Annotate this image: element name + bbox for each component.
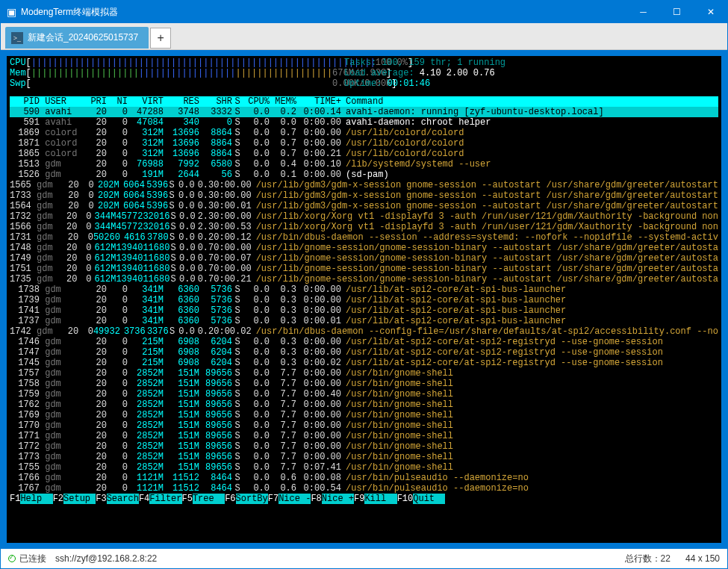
window-title: ModengTerm终端模拟器 [21, 6, 626, 19]
titlebar[interactable]: ▣ ModengTerm终端模拟器 ─ ☐ ✕ [1, 1, 727, 23]
process-row[interactable]: 1733 gdm200202M60645396S0.00.30:00.00/us… [10, 190, 718, 201]
process-row[interactable]: 1737 gdm200341M63605736S0.00.30:00.01/us… [10, 316, 718, 326]
add-tab-button[interactable]: + [150, 28, 171, 49]
connection-ok-icon [8, 555, 16, 562]
process-row[interactable]: 1865 colord200312M136968864S0.00.70:00.2… [10, 149, 718, 159]
process-row[interactable]: 1770 gdm2002852M151M89656S0.07.70:00.00/… [10, 420, 718, 431]
process-row[interactable]: 1769 gdm2002852M151M89656S0.07.70:00.00/… [10, 410, 718, 420]
process-row[interactable]: 1773 gdm2002852M151M89656S0.07.70:00.00/… [10, 452, 718, 462]
process-row[interactable]: 1757 gdm2002852M151M89656S0.07.70:00.00/… [10, 368, 718, 379]
process-row[interactable]: 1759 gdm2002852M151M89656S0.07.70:00.40/… [10, 389, 718, 399]
process-row[interactable]: 1746 gdm200215M69086204S0.00.30:00.00/us… [10, 337, 718, 347]
process-row[interactable]: 1735 gdm200612M1394011680S0.00.70:00.21/… [10, 274, 718, 284]
process-row[interactable]: 1755 gdm2002852M151M89656S0.07.70:07.41/… [10, 462, 718, 473]
process-row[interactable]: 1871 colord200312M136968864S0.00.70:00.0… [10, 138, 718, 149]
terminal-frame: CPU[||||||||||||||||||||||||||||||||||||… [1, 50, 727, 549]
process-row[interactable]: 1741 gdm200341M63605736S0.00.30:00.00/us… [10, 305, 718, 316]
maximize-button[interactable]: ☐ [660, 1, 694, 23]
process-row[interactable]: 1513 gdm2007698879926580S0.00.40:00.10/l… [10, 159, 718, 170]
lines-label: 总行数： [625, 553, 661, 565]
process-row[interactable]: 1771 gdm2002852M151M89656S0.07.70:00.00/… [10, 431, 718, 441]
process-row[interactable]: 1526 gdm200191M264456S0.00.10:00.00(sd-p… [10, 170, 718, 180]
process-row[interactable]: 1751 gdm200612M1394011680S0.00.70:00.00/… [10, 264, 718, 274]
lines-value: 22 [661, 553, 671, 564]
process-row[interactable]: 1742 gdm2004993237363376S0.00.20:00.02/u… [10, 326, 718, 337]
process-row[interactable]: 591 avahi200470843400S0.00.00:00.00avahi… [10, 117, 718, 128]
tab-bar: >_ 新建会话_20240625015737 + [1, 23, 727, 50]
process-row[interactable]: 1748 gdm200612M1394011680S0.00.70:00.00/… [10, 243, 718, 253]
minimize-button[interactable]: ─ [626, 1, 660, 23]
process-row[interactable]: 1732 gdm200344M4577232016S0.02.30:00.00/… [10, 211, 718, 222]
process-row[interactable]: 1565 gdm200202M60645396S0.00.30:00.00/us… [10, 180, 718, 190]
process-row[interactable]: 1739 gdm200341M63605736S0.00.30:00.00/us… [10, 295, 718, 305]
htop-fn-bar[interactable]: F1Help F2Setup F3SearchF4FilterF5Tree F6… [10, 494, 718, 504]
app-window: ▣ ModengTerm终端模拟器 ─ ☐ ✕ >_ 新建会话_20240625… [0, 0, 728, 569]
process-row[interactable]: 1772 gdm2002852M151M89656S0.07.70:00.00/… [10, 441, 718, 452]
process-row[interactable]: 1747 gdm200215M69086204S0.00.30:00.00/us… [10, 347, 718, 358]
process-row[interactable]: 1749 gdm200612M1394011680S0.00.70:00.07/… [10, 253, 718, 264]
process-row[interactable]: 1564 gdm200202M60645396S0.00.30:00.01/us… [10, 201, 718, 211]
terminal-viewport[interactable]: CPU[||||||||||||||||||||||||||||||||||||… [7, 56, 721, 543]
close-button[interactable]: ✕ [694, 1, 727, 23]
process-row[interactable]: 1738 gdm200341M63605736S0.00.30:00.00/us… [10, 284, 718, 295]
process-row[interactable]: 590 avahi2004728837483332S0.00.20:00.14a… [10, 107, 718, 117]
connection-state: 已连接 [19, 553, 46, 565]
term-size: 44 x 150 [685, 553, 720, 564]
process-row[interactable]: 1731 gdm2005026046163780S0.00.20:00.12/u… [10, 232, 718, 243]
connection-target: ssh://zyf@192.168.2.8:22 [55, 553, 157, 564]
process-row[interactable]: 1762 gdm2002852M151M89656S0.07.70:00.00/… [10, 399, 718, 410]
process-row[interactable]: 1758 gdm2002852M151M89656S0.07.70:00.00/… [10, 379, 718, 389]
process-row[interactable]: 1766 gdm2001121M115128464S0.00.60:00.08/… [10, 473, 718, 483]
process-row[interactable]: 1767 gdm2001121M115128464S0.00.60:00.54/… [10, 483, 718, 494]
terminal-icon: >_ [11, 32, 23, 44]
tab-session[interactable]: >_ 新建会话_20240625015737 [5, 27, 149, 49]
process-row[interactable]: 1745 gdm200215M69086204S0.00.30:00.02/us… [10, 358, 718, 368]
status-bar: 已连接 ssh://zyf@192.168.2.8:22 总行数： 22 44 … [1, 549, 727, 568]
process-row[interactable]: 1566 gdm200344M4577232016S0.02.30:00.53/… [10, 222, 718, 232]
app-icon: ▣ [7, 6, 16, 18]
process-row[interactable]: 1869 colord200312M136968864S0.00.70:00.0… [10, 128, 718, 138]
tab-label: 新建会话_20240625015737 [28, 31, 138, 44]
